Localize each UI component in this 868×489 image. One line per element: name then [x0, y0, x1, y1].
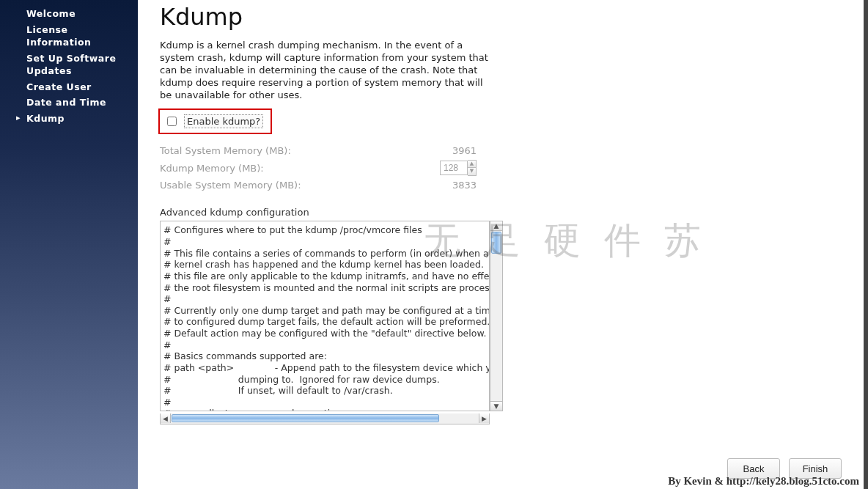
scrollbar-thumb-horizontal[interactable] — [172, 414, 439, 422]
usable-memory-label: Usable System Memory (MB): — [160, 180, 433, 191]
scrollbar-right-button[interactable]: ▶ — [479, 413, 489, 423]
window-border — [864, 0, 868, 489]
kdump-memory-label: Kdump Memory (MB): — [160, 163, 440, 174]
kdump-memory-input[interactable] — [440, 161, 468, 175]
vertical-scrollbar[interactable]: ▲ ▼ — [490, 221, 503, 411]
advanced-config-textarea[interactable]: # Configures where to put the kdump /pro… — [160, 221, 490, 411]
sidebar-item-license[interactable]: License Information — [0, 22, 138, 51]
page-title: Kdump — [160, 3, 842, 31]
horizontal-scrollbar[interactable]: ◀ ▶ — [160, 413, 490, 424]
usable-memory-value: 3833 — [433, 180, 477, 191]
total-memory-label: Total System Memory (MB): — [160, 145, 433, 156]
sidebar: Welcome License Information Set Up Softw… — [0, 0, 138, 489]
sidebar-item-software-updates[interactable]: Set Up Software Updates — [0, 51, 138, 79]
sidebar-item-date-time[interactable]: Date and Time — [0, 95, 138, 111]
sidebar-item-create-user[interactable]: Create User — [0, 79, 138, 95]
scrollbar-down-button[interactable]: ▼ — [490, 401, 502, 411]
total-memory-value: 3961 — [433, 145, 477, 156]
sidebar-item-kdump[interactable]: Kdump — [0, 111, 138, 127]
attribution: By Kevin & http://kely28.blog.51cto.com — [668, 475, 859, 488]
total-memory-row: Total System Memory (MB): 3961 — [160, 145, 477, 156]
sidebar-item-welcome[interactable]: Welcome — [0, 6, 138, 22]
kdump-memory-spinner: ▲ ▼ — [440, 160, 477, 176]
main-content: Kdump Kdump is a kernel crash dumping me… — [138, 0, 864, 489]
enable-kdump-row: Enable kdump? — [158, 109, 272, 134]
scrollbar-left-button[interactable]: ◀ — [161, 413, 171, 423]
kdump-memory-row: Kdump Memory (MB): ▲ ▼ — [160, 160, 477, 176]
usable-memory-row: Usable System Memory (MB): 3833 — [160, 180, 477, 191]
scrollbar-thumb-vertical[interactable] — [491, 232, 501, 254]
spinner-up-button[interactable]: ▲ — [468, 161, 476, 168]
scrollbar-up-button[interactable]: ▲ — [490, 221, 502, 231]
advanced-config-label: Advanced kdump configuration — [160, 207, 842, 218]
enable-kdump-label: Enable kdump? — [184, 114, 263, 128]
page-description: Kdump is a kernel crash dumping mechanis… — [160, 40, 497, 101]
spinner-down-button[interactable]: ▼ — [468, 168, 476, 175]
enable-kdump-checkbox[interactable] — [167, 117, 177, 126]
